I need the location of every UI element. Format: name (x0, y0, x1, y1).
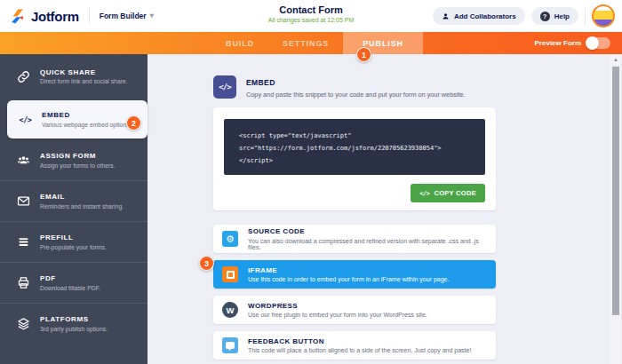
tab-publish[interactable]: PUBLISH (343, 32, 423, 54)
option-desc: Use our free plugin to embed your form i… (248, 312, 427, 318)
sidebar-item-label: PDF (40, 274, 100, 282)
embed-options-list: ⚙ SOURCE CODE You can also download a co… (213, 225, 496, 360)
builder-tabs: BUILD SETTINGS PUBLISH (199, 32, 423, 54)
code-line: src="https://form.jotform.com/jsform/220… (239, 142, 470, 154)
chevron-down-icon: ▾ (150, 12, 154, 20)
embed-code-box[interactable]: <script type="text/javascript" src="http… (224, 119, 485, 175)
person-icon (442, 12, 450, 20)
option-title: FEEDBACK BUTTON (248, 337, 471, 345)
option-source-code[interactable]: ⚙ SOURCE CODE You can also download a co… (213, 225, 496, 253)
option-iframe[interactable]: IFRAME Use this code in order to embed y… (213, 260, 496, 289)
user-avatar[interactable] (592, 4, 615, 28)
copy-code-label: COPY CODE (434, 189, 476, 197)
option-desc: You can also download a compressed and r… (248, 238, 487, 250)
builder-nav-bar: BUILD SETTINGS PUBLISH Preview Form (0, 32, 622, 54)
option-title: SOURCE CODE (248, 227, 487, 235)
preview-form-label: Preview Form (535, 39, 581, 47)
tab-build[interactable]: BUILD (211, 32, 268, 54)
sidebar-item-desc: Assign your forms to others. (40, 162, 116, 169)
publish-sidebar: QUICK SHARE Direct form link and social … (0, 54, 148, 364)
wordpress-icon: W (222, 302, 238, 318)
option-desc: Use this code in order to embed your for… (248, 276, 449, 282)
link-icon (16, 70, 31, 83)
divider (585, 6, 586, 26)
sidebar-item-assign-form[interactable]: ASSIGN FORM Assign your forms to others. (0, 140, 148, 180)
toggle-knob (586, 36, 599, 50)
divider (89, 8, 90, 24)
add-collaborators-button[interactable]: Add Collaborators (433, 7, 525, 25)
people-icon (16, 154, 31, 167)
vertical-scrollbar[interactable]: ▲ (610, 54, 621, 364)
tab-settings[interactable]: SETTINGS (268, 32, 343, 54)
sidebar-item-label: PLATFORMS (40, 315, 108, 323)
top-bar-actions: Add Collaborators ? Help (433, 0, 615, 32)
sidebar-item-quick-share[interactable]: QUICK SHARE Direct form link and social … (0, 54, 148, 99)
logo-text: Jotform (31, 9, 79, 24)
top-bar: Jotform Form Builder ▾ Contact Form All … (0, 0, 622, 32)
platforms-icon (16, 317, 31, 330)
option-wordpress[interactable]: W WORDPRESS Use our free plugin to embed… (213, 296, 496, 324)
sidebar-item-desc: Reminders and instant sharing. (40, 203, 124, 210)
iframe-icon (222, 266, 238, 282)
jotform-logo-icon (9, 8, 26, 25)
sidebar-item-label: EMAIL (40, 193, 124, 201)
sidebar-item-desc: 3rd party publish options. (40, 326, 108, 332)
sidebar-item-label: QUICK SHARE (40, 68, 128, 76)
sidebar-item-prefill[interactable]: PREFILL Pre-populate your forms. (0, 222, 148, 262)
form-builder-window: Jotform Form Builder ▾ Contact Form All … (0, 0, 622, 364)
option-title: IFRAME (248, 266, 449, 274)
code-line: <script type="text/javascript" (239, 130, 470, 142)
sidebar-item-email[interactable]: EMAIL Reminders and instant sharing. (0, 181, 148, 221)
sidebar-item-desc: Various webpage embed options. (42, 122, 131, 128)
copy-code-button[interactable]: </> COPY CODE (411, 184, 485, 202)
embed-section-header: </> EMBED Copy and paste this snippet to… (213, 75, 496, 99)
jotform-logo[interactable]: Jotform (9, 8, 79, 25)
product-label: Form Builder (100, 12, 147, 20)
option-title: WORDPRESS (248, 302, 427, 310)
sidebar-item-desc: Download fillable PDF. (40, 285, 100, 291)
step-badge-1: 1 (356, 47, 371, 62)
sidebar-item-label: EMBED (42, 111, 131, 119)
scrollbar-thumb[interactable] (612, 67, 619, 315)
code-line: </script> (239, 154, 470, 167)
sidebar-item-label: PREFILL (40, 233, 107, 241)
form-title[interactable]: Contact Form (204, 4, 418, 15)
option-desc: This code will place a button aligned to… (248, 347, 471, 353)
step-badge-3: 3 (199, 256, 214, 271)
add-collaborators-label: Add Collaborators (454, 12, 516, 20)
form-title-block: Contact Form All changes saved at 12:05 … (204, 4, 418, 23)
embed-panel: </> EMBED Copy and paste this snippet to… (213, 54, 496, 360)
section-desc: Copy and paste this snippet to your code… (246, 91, 466, 99)
step-badge-2: 2 (126, 115, 141, 131)
mail-icon (16, 194, 31, 208)
feedback-bubble-icon (222, 337, 238, 353)
preview-form-group: Preview Form (535, 32, 610, 54)
help-label: Help (554, 12, 570, 20)
question-icon: ? (540, 12, 550, 21)
embed-snippet-card: <script type="text/javascript" src="http… (213, 107, 496, 210)
saved-status: All changes saved at 12:05 PM (204, 17, 418, 23)
code-icon: </> (419, 190, 429, 197)
sidebar-item-pdf[interactable]: PDF Download fillable PDF. (0, 263, 148, 303)
preview-form-toggle[interactable] (586, 37, 610, 49)
code-icon: </> (213, 75, 236, 99)
sidebar-item-desc: Pre-populate your forms. (40, 244, 107, 250)
help-button[interactable]: ? Help (531, 7, 578, 25)
option-feedback-button[interactable]: FEEDBACK BUTTON This code will place a b… (213, 331, 496, 360)
prefill-icon (16, 235, 31, 249)
scrollbar-up-arrow[interactable]: ▲ (610, 57, 621, 62)
sidebar-item-label: ASSIGN FORM (40, 152, 116, 160)
pdf-icon (16, 276, 31, 289)
code-icon: </> (18, 115, 33, 124)
gear-icon: ⚙ (222, 231, 238, 247)
form-builder-menu[interactable]: Form Builder ▾ (100, 12, 154, 20)
section-title: EMBED (246, 78, 466, 87)
sidebar-item-desc: Direct form link and social share. (40, 78, 128, 84)
sidebar-item-platforms[interactable]: PLATFORMS 3rd party publish options. (0, 304, 148, 344)
